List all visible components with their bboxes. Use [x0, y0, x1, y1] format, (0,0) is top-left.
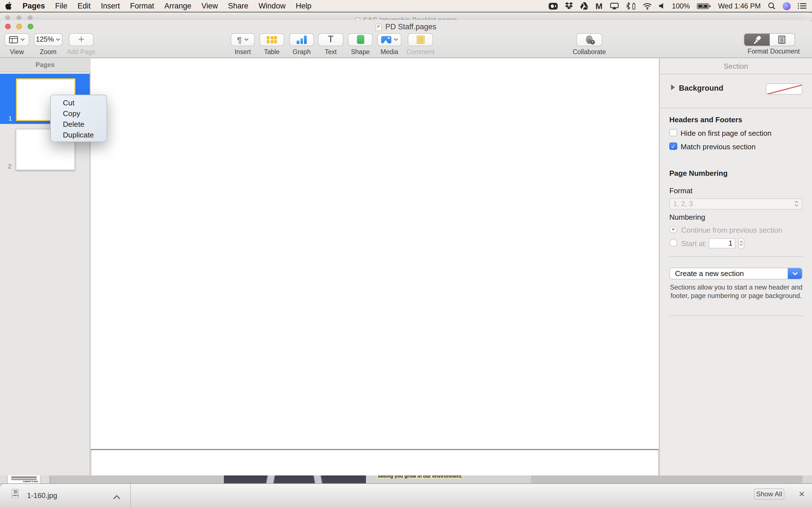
media-photo-icon [381, 36, 391, 43]
create-section-button[interactable]: Create a new section [669, 267, 802, 279]
menu-format[interactable]: Format [125, 0, 159, 12]
apple-menu-icon[interactable] [0, 0, 17, 12]
menu-share[interactable]: Share [223, 0, 253, 12]
number-format-value: 1, 2, 3 [673, 200, 693, 208]
spotlight-icon[interactable] [768, 2, 775, 10]
hawkes-bay-brand: HAWKE'S BAY [23, 480, 38, 483]
bg-document-text-peek: seeing you grow in our environment. [366, 475, 531, 483]
number-format-select[interactable]: 1, 2, 3 [669, 198, 802, 209]
graph-label: Graph [293, 48, 311, 55]
menu-window[interactable]: Window [253, 0, 291, 12]
context-menu-item-duplicate[interactable]: Duplicate [50, 129, 107, 140]
bg-document-sentence: seeing you grow in our environment. [377, 475, 464, 479]
menu-clock[interactable]: Wed 1:46 PM [718, 2, 761, 10]
menu-file[interactable]: File [50, 0, 73, 12]
context-menu-item-copy[interactable]: Copy [50, 108, 107, 119]
paintbrush-icon [753, 36, 761, 44]
screen: Pages File Edit Insert Format Arrange Vi… [0, 0, 812, 507]
table-icon [267, 36, 277, 43]
shape-icon [357, 35, 364, 44]
wifi-icon[interactable] [643, 3, 652, 9]
start-at-label: Start at: [681, 239, 707, 247]
page-1-number: 1 [8, 115, 12, 121]
create-section-helper-text: Sections allow you to start a new header… [670, 283, 802, 300]
text-label: Text [325, 48, 337, 55]
continue-numbering-radio[interactable] [669, 226, 677, 233]
zoom-button[interactable]: 125% [34, 33, 63, 46]
view-button-group: View [4, 33, 29, 57]
dropbox-icon[interactable] [565, 2, 573, 10]
shelf-close-icon[interactable]: ✕ [799, 490, 805, 498]
mail-m-icon[interactable]: M [596, 1, 603, 11]
chevron-down-icon [20, 38, 25, 42]
battery-percent-label: 100% [672, 2, 690, 10]
context-menu: Cut Copy Delete Duplicate [50, 94, 107, 142]
background-color-well[interactable] [766, 83, 802, 94]
document-icon [778, 36, 786, 44]
google-drive-icon[interactable] [580, 2, 588, 10]
add-page-button-group: + Add Page [69, 33, 94, 57]
siri-icon[interactable] [783, 2, 791, 10]
media-button[interactable] [377, 33, 402, 46]
add-page-button[interactable]: + [69, 33, 94, 46]
zoom-button-group: 125% Zoom [34, 33, 63, 57]
menu-list-icon[interactable] [798, 3, 806, 9]
volume-icon[interactable] [659, 3, 665, 9]
select-stepper-icon [795, 201, 799, 207]
airplay-icon[interactable] [610, 3, 618, 9]
no-fill-icon [766, 83, 802, 94]
format-field-label: Format [669, 186, 693, 194]
document-tab-button[interactable] [769, 34, 795, 45]
context-menu-item-delete[interactable]: Delete [50, 119, 107, 129]
jpeg-file-icon[interactable]: JPEG [12, 489, 18, 498]
shape-button[interactable] [348, 33, 373, 46]
menu-insert[interactable]: Insert [96, 0, 125, 12]
menu-edit[interactable]: Edit [72, 0, 96, 12]
menu-view[interactable]: View [197, 0, 223, 12]
create-section-dropdown-chevron[interactable] [788, 267, 802, 279]
start-at-field[interactable]: 1 [709, 238, 735, 248]
view-label: View [10, 48, 24, 55]
table-label: Table [264, 48, 280, 55]
match-previous-checkbox[interactable]: ✓ [669, 142, 677, 150]
page-2-top[interactable] [91, 450, 659, 475]
chevron-down-icon [393, 38, 398, 42]
window-content: Pages 1 2 Cut Copy Delete Duplicate [0, 58, 812, 475]
show-all-button[interactable]: Show All [754, 489, 784, 499]
window-titlebar[interactable]: PD Staff.pages [0, 20, 812, 33]
context-menu-item-cut[interactable]: Cut [50, 97, 107, 108]
menu-app-name[interactable]: Pages [17, 0, 50, 12]
bluetooth-icon[interactable] [626, 2, 635, 10]
headers-footers-heading: Headers and Footers [669, 115, 742, 124]
video-camera-icon[interactable] [549, 3, 558, 9]
insert-button[interactable]: ¶ [231, 33, 255, 46]
table-button[interactable] [259, 33, 284, 46]
collaborate-button[interactable]: + [576, 33, 602, 46]
menu-help[interactable]: Help [291, 0, 317, 12]
shape-label: Shape [351, 48, 370, 55]
battery-icon[interactable]: ⚡ [697, 3, 711, 9]
chevron-down-icon [244, 38, 248, 42]
view-button[interactable] [4, 33, 29, 46]
continue-numbering-label: Continue from previous section [681, 226, 782, 234]
graph-button-group: Graph [289, 33, 314, 57]
format-document-segmented-control [744, 33, 795, 46]
collaborate-button-group: + Collaborate [576, 33, 602, 57]
comment-note-icon [416, 36, 424, 44]
start-at-radio[interactable] [669, 239, 677, 246]
document-canvas[interactable] [91, 58, 659, 475]
download-filename[interactable]: 1-160.jpg [27, 491, 57, 499]
hide-first-page-checkbox[interactable] [669, 129, 677, 136]
menu-arrange[interactable]: Arrange [159, 0, 197, 12]
background-disclosure-triangle[interactable] [671, 84, 675, 90]
graph-button[interactable] [289, 33, 314, 46]
comment-button[interactable] [408, 33, 433, 46]
numbering-label: Numbering [669, 213, 705, 221]
bg-panel-peek [531, 475, 802, 483]
start-at-stepper[interactable] [738, 237, 744, 249]
format-tab-button[interactable] [744, 34, 769, 45]
text-button[interactable]: T [318, 33, 343, 46]
download-expand-chevron-icon[interactable] [113, 492, 121, 502]
background-window-peek-strip: HAWKE'S BAY seeing you grow in our envir… [0, 475, 812, 483]
background-window-titlebar[interactable]: S&C Internship Booklet.pages [0, 12, 812, 20]
